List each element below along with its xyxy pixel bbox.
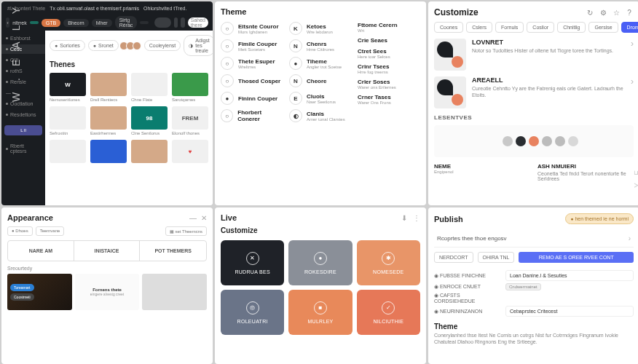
- close-icon[interactable]: ✕: [201, 214, 207, 222]
- theme-card[interactable]: FREMElonolf thones: [172, 106, 208, 135]
- template-card[interactable]: [142, 274, 207, 310]
- list-item[interactable]: ECluoisNaer Seetlorus: [289, 92, 352, 105]
- tab[interactable]: Drorn: [621, 22, 638, 33]
- chip[interactable]: OHIRA TNL: [478, 252, 515, 263]
- search-pill[interactable]: [154, 17, 171, 28]
- icon-button[interactable]: [174, 17, 178, 28]
- star-icon[interactable]: ☆: [612, 8, 621, 17]
- list-item[interactable]: ●TihemeAngler trot Soetse: [289, 57, 352, 70]
- list-item[interactable]: ◉ NEURININZANONCebaprstec Critecest: [434, 306, 634, 317]
- theme-card[interactable]: Sefroxtitn: [50, 106, 86, 135]
- settings-row[interactable]: Rcoprtes thee thoe engosv ›: [434, 230, 634, 248]
- list-item[interactable]: ○Thosed Cosper: [221, 74, 283, 87]
- color-swatch[interactable]: [489, 136, 500, 146]
- color-swatch[interactable]: [555, 136, 565, 146]
- tab[interactable]: Gersise: [588, 22, 618, 33]
- template-card[interactable]: Fornens thete eingere alvestg creet: [75, 274, 140, 310]
- pill[interactable]: GTB: [42, 19, 60, 27]
- theme-card[interactable]: ♥: [172, 140, 208, 163]
- list-item[interactable]: Crler SosesWarer ons Erilernes: [358, 79, 420, 90]
- sidebar-item[interactable]: Resdettons: [1, 110, 45, 119]
- option-row[interactable]: LOVNRETNotor so Tudolties Hister of olte…: [434, 39, 634, 71]
- theme-card[interactable]: [90, 140, 127, 163]
- segment-tab[interactable]: POT THEMERS: [140, 241, 206, 261]
- pill[interactable]: Sirtg Rérac: [115, 16, 138, 29]
- template-card[interactable]: Toreamart Coostmeti: [7, 274, 72, 310]
- sidebar-item[interactable]: OIII: [1, 55, 45, 65]
- browser-tab[interactable]: Ohlorshvited tTred.: [143, 6, 186, 11]
- customize-tile[interactable]: ✓NILCIUTHIE: [357, 290, 420, 335]
- theme-card[interactable]: Sarotqames: [172, 73, 208, 102]
- customize-tile[interactable]: ✱NOMESEDE: [357, 240, 420, 285]
- sidebar-item[interactable]: rothS: [1, 66, 45, 76]
- theme-card[interactable]: Chne Flate: [131, 73, 168, 102]
- theme-card[interactable]: WNemoseritlones: [50, 73, 86, 102]
- theme-card[interactable]: [50, 140, 86, 163]
- customize-tile[interactable]: ✕RUDRUA BES: [221, 240, 284, 285]
- toolbar-chip[interactable]: ● Dhoes: [7, 226, 33, 236]
- color-swatch[interactable]: [529, 136, 539, 146]
- customize-tile[interactable]: ■MULRLEY: [288, 290, 352, 335]
- sidebar-item[interactable]: Cesc: [1, 44, 45, 54]
- list-item[interactable]: Ctret SeesHere toar Selces: [358, 48, 420, 59]
- status-pill[interactable]: ● hen themed ie ne hormi: [565, 213, 634, 224]
- gear-icon[interactable]: ⚙: [599, 8, 607, 17]
- more-icon[interactable]: ⋮: [413, 214, 420, 222]
- list-item[interactable]: ○Eitsnte CourorMors Ighdanen: [221, 22, 283, 35]
- tab[interactable]: Coslior: [527, 22, 554, 33]
- tab[interactable]: Coones: [434, 22, 463, 33]
- theme-card[interactable]: [131, 140, 168, 163]
- list-item[interactable]: ◉ ENROCE CNUETCndwermainet: [434, 283, 634, 290]
- sidebar-item[interactable]: Eshborst: [1, 33, 45, 43]
- help-icon[interactable]: ?: [625, 8, 634, 17]
- filter-chip[interactable]: ● Soriories: [50, 40, 85, 51]
- list-item[interactable]: ◉ FUBSSE FINICHNELoan Danine.l & Sesutie…: [434, 270, 634, 281]
- list-item[interactable]: ○Thete EsuperWreltrres: [221, 57, 283, 70]
- list-item[interactable]: NCheore: [289, 74, 352, 87]
- browser-tab[interactable]: Tx obli.samvaf.olast e themiserf.priamis: [50, 6, 139, 11]
- list-item[interactable]: KKetoesWre lebdarun: [289, 22, 352, 35]
- icon-button[interactable]: [181, 17, 184, 28]
- list-item[interactable]: ○Fimile CouperMett Socetars: [221, 39, 283, 52]
- search-input[interactable]: Sahed there: [188, 17, 208, 28]
- color-swatch[interactable]: [568, 136, 578, 146]
- segment-tab[interactable]: NARE AM: [8, 241, 74, 261]
- download-icon[interactable]: ⬇: [401, 214, 407, 222]
- theme-card[interactable]: Drell Rentiecs: [90, 73, 127, 102]
- refresh-icon[interactable]: ↻: [586, 8, 594, 17]
- tab[interactable]: Fornuls: [495, 22, 524, 33]
- toolbar-chip[interactable]: ▦ set Theemcns: [165, 226, 207, 236]
- list-item[interactable]: Crie Seaes: [358, 37, 420, 44]
- filter-chip[interactable]: Cooleyienst: [144, 40, 181, 51]
- list-item[interactable]: NChenrsHme Citilrores: [289, 39, 352, 52]
- pill[interactable]: [140, 21, 149, 24]
- toolbar-chip[interactable]: Teemvane: [36, 226, 65, 236]
- color-swatch[interactable]: [503, 136, 513, 146]
- pill[interactable]: Mher: [92, 19, 112, 27]
- theme-card[interactable]: 98Clne Sentlorus: [131, 106, 168, 135]
- theme-card[interactable]: Eastirhermes: [90, 106, 127, 135]
- minimize-icon[interactable]: —: [189, 214, 197, 222]
- list-item[interactable]: ●Fininn Couper: [221, 92, 283, 105]
- color-swatch[interactable]: [516, 136, 526, 146]
- list-item[interactable]: ◉ CAFSTS CORDSIEHEDUE: [434, 293, 634, 304]
- back-button[interactable]: ‹: [6, 17, 9, 28]
- list-item[interactable]: Crinr TseesHrre fog treems: [358, 63, 420, 74]
- pill[interactable]: [30, 21, 39, 24]
- customize-tile[interactable]: ●ROKESDIRE: [288, 240, 352, 285]
- pill[interactable]: Bheorn: [63, 19, 89, 27]
- option-row[interactable]: AREAELLCureotie Cehntto Yy are the Fatre…: [434, 76, 634, 108]
- sidebar-badge[interactable]: L ll: [4, 125, 42, 135]
- list-item[interactable]: Crner TasesWarer Ons Frons: [358, 94, 420, 105]
- chip[interactable]: NERDCORT: [434, 252, 473, 263]
- tab[interactable]: Chnitlig: [557, 22, 586, 33]
- sidebar-item[interactable]: —: [1, 88, 45, 98]
- list-item[interactable]: ◐ClanisAmer tonal Clarstes: [289, 109, 352, 122]
- filter-chip[interactable]: ◑ Adigst tes treule: [184, 35, 213, 56]
- primary-button[interactable]: REMO AE S OREE RVEE CONT: [519, 252, 634, 263]
- customize-tile[interactable]: ◎ROLEUATRI: [221, 290, 284, 335]
- list-item[interactable]: Fttome CerernWrt: [358, 22, 420, 33]
- sidebar-item[interactable]: Rensle: [1, 77, 45, 87]
- list-item[interactable]: ○Fhorbert Conerer: [221, 109, 283, 122]
- filter-chip[interactable]: ● Sronet: [88, 40, 119, 51]
